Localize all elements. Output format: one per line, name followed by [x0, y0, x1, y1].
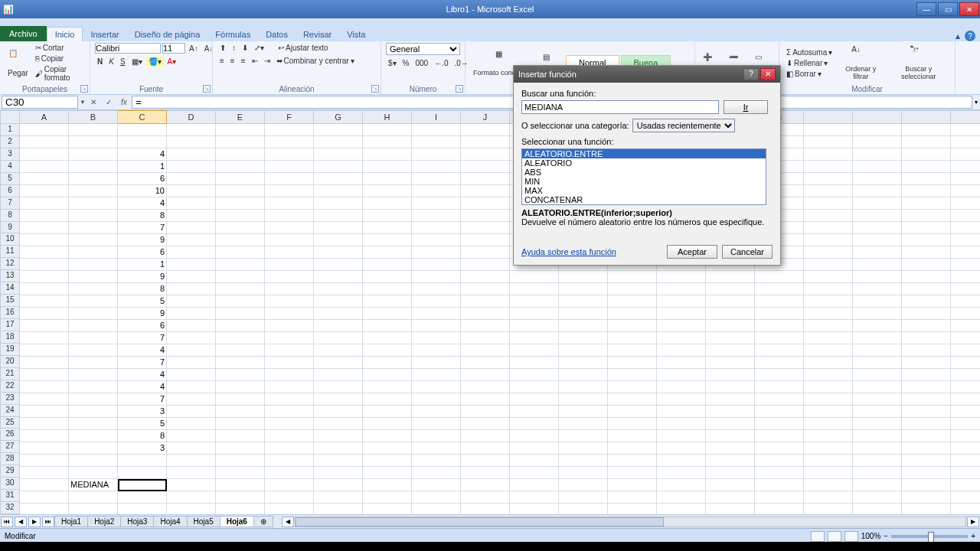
sheet-nav-prev[interactable]: ◀ [15, 517, 27, 527]
cell[interactable] [951, 222, 980, 234]
cell[interactable] [657, 479, 706, 491]
cell[interactable] [706, 455, 755, 467]
percent-button[interactable]: % [400, 58, 412, 68]
cell[interactable] [216, 124, 265, 136]
cell[interactable] [461, 259, 510, 271]
cell[interactable] [167, 124, 216, 136]
go-button[interactable]: Ir [724, 100, 768, 114]
cell[interactable] [559, 369, 608, 381]
cell[interactable] [363, 185, 412, 197]
cell[interactable] [412, 308, 461, 320]
cell[interactable] [657, 320, 706, 332]
fill-color-button[interactable]: 🪣▾ [146, 57, 164, 67]
cell[interactable] [902, 234, 951, 246]
cell[interactable] [951, 418, 980, 430]
cell[interactable] [804, 259, 853, 271]
row-header-16[interactable]: 16 [0, 307, 20, 319]
cell[interactable] [412, 271, 461, 283]
cell[interactable] [902, 504, 951, 514]
cell[interactable] [314, 442, 363, 455]
cell[interactable]: 1 [118, 161, 167, 173]
cell[interactable] [510, 430, 559, 442]
cell[interactable] [608, 442, 657, 455]
cell[interactable] [951, 124, 980, 136]
cell[interactable] [608, 467, 657, 479]
border-button[interactable]: ▦▾ [129, 57, 145, 67]
cell[interactable] [412, 320, 461, 332]
cell[interactable] [804, 467, 853, 479]
cell[interactable] [412, 148, 461, 161]
cell[interactable] [314, 491, 363, 504]
cell[interactable] [804, 222, 853, 234]
cell[interactable] [608, 479, 657, 491]
function-list-item[interactable]: CONCATENAR [522, 195, 766, 204]
cell[interactable] [951, 295, 980, 308]
cell[interactable] [216, 467, 265, 479]
cell[interactable] [559, 479, 608, 491]
cell[interactable] [363, 308, 412, 320]
new-sheet-button[interactable]: ⊕ [253, 516, 273, 527]
cell[interactable] [69, 357, 118, 369]
cell[interactable] [951, 430, 980, 442]
cell[interactable] [461, 308, 510, 320]
cell[interactable] [706, 283, 755, 295]
row-header-1[interactable]: 1 [0, 124, 20, 136]
cell[interactable] [657, 357, 706, 369]
cell[interactable] [412, 442, 461, 455]
cell[interactable] [265, 136, 314, 148]
cell[interactable] [559, 332, 608, 344]
cell[interactable] [755, 308, 804, 320]
cell[interactable]: 9 [118, 308, 167, 320]
cell[interactable]: 6 [118, 246, 167, 259]
cell[interactable] [853, 210, 902, 222]
function-list-item[interactable]: ABS [522, 168, 766, 177]
cell[interactable] [461, 148, 510, 161]
cell[interactable] [412, 357, 461, 369]
cell[interactable] [363, 504, 412, 514]
cell[interactable] [951, 283, 980, 295]
cell[interactable] [216, 308, 265, 320]
cell[interactable] [755, 491, 804, 504]
row-header-7[interactable]: 7 [0, 197, 20, 210]
cell[interactable] [510, 308, 559, 320]
cell[interactable] [657, 467, 706, 479]
row-header-32[interactable]: 32 [0, 502, 20, 514]
cell[interactable] [69, 504, 118, 514]
cell[interactable] [412, 161, 461, 173]
cell[interactable] [559, 406, 608, 418]
cell[interactable] [167, 295, 216, 308]
number-launcher[interactable]: ↘ [456, 85, 463, 93]
ribbon-minimize-button[interactable]: ▴ [956, 31, 960, 41]
cell[interactable] [265, 332, 314, 344]
cell[interactable]: 1 [118, 259, 167, 271]
cell[interactable] [167, 430, 216, 442]
cell[interactable] [706, 442, 755, 455]
cell[interactable] [20, 271, 69, 283]
cell[interactable] [804, 369, 853, 381]
align-bottom-button[interactable]: ⬇ [240, 43, 250, 53]
cell[interactable] [510, 393, 559, 406]
cell[interactable] [20, 504, 69, 514]
cell[interactable] [706, 308, 755, 320]
cell[interactable] [314, 246, 363, 259]
cell[interactable]: 9 [118, 234, 167, 246]
cell[interactable] [216, 173, 265, 185]
sort-filter-button[interactable]: A↓Ordenar y filtrar [836, 44, 885, 82]
cell[interactable]: 6 [118, 320, 167, 332]
enter-formula-button[interactable]: ✓ [103, 96, 115, 109]
cell[interactable] [853, 369, 902, 381]
page-layout-view-button[interactable] [828, 531, 841, 542]
cell[interactable] [314, 418, 363, 430]
cell[interactable] [314, 124, 363, 136]
cell[interactable] [20, 406, 69, 418]
cell[interactable] [412, 124, 461, 136]
cell[interactable] [559, 295, 608, 308]
cell[interactable] [755, 271, 804, 283]
cell[interactable] [461, 418, 510, 430]
cell[interactable] [265, 479, 314, 491]
cell[interactable] [461, 124, 510, 136]
cell[interactable] [167, 504, 216, 514]
cell[interactable] [20, 283, 69, 295]
cell[interactable] [853, 308, 902, 320]
column-header-I[interactable]: I [412, 110, 461, 124]
